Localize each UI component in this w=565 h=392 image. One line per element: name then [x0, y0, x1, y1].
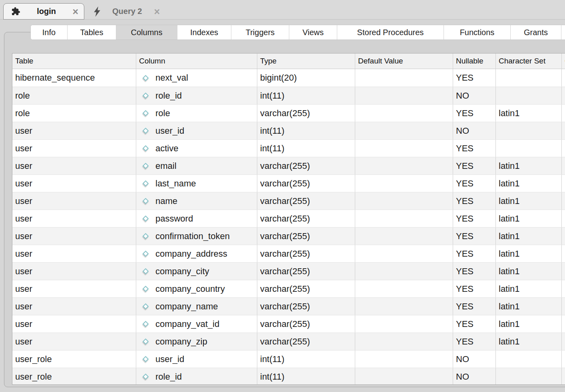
view-tab-stored-procedures[interactable]: Stored Procedures	[337, 25, 444, 40]
close-icon[interactable]: ×	[72, 8, 78, 16]
cell-type: varchar(255)	[260, 214, 310, 224]
view-tab-filler	[561, 25, 565, 40]
cell-column: last_name	[155, 178, 196, 189]
header-default-value[interactable]: Default Value	[355, 53, 453, 69]
cell-nullable: YES	[456, 108, 473, 119]
table-row[interactable]: user_role role_id int(11) NO	[12, 368, 565, 385]
columns-table: Table Column Type Default Value Nullable…	[12, 53, 565, 385]
table-row[interactable]: user company_city varchar(255) YES latin…	[12, 262, 565, 280]
header-table[interactable]: Table	[12, 53, 136, 69]
app-window: { "window_tabs": [ { "label": "login", "…	[0, 0, 565, 392]
view-tab-info[interactable]: Info	[31, 25, 68, 40]
column-field-icon	[143, 75, 149, 81]
cell-table: user	[15, 196, 32, 206]
table-row[interactable]: user email varchar(255) YES latin1	[12, 157, 565, 174]
cell-table: user	[15, 249, 32, 259]
cell-column: company_name	[155, 301, 218, 312]
window-tab-query-2[interactable]: Query 2 ×	[86, 3, 171, 20]
table-row[interactable]: user company_zip varchar(255) YES latin1	[12, 333, 565, 350]
cell-column: email	[155, 161, 177, 171]
column-field-icon	[143, 251, 149, 257]
cell-nullable: YES	[456, 73, 473, 83]
column-field-icon	[143, 110, 149, 117]
column-field-icon	[143, 356, 149, 362]
cell-nullable: YES	[456, 231, 473, 242]
table-row[interactable]: user company_vat_id varchar(255) YES lat…	[12, 315, 565, 333]
header-type[interactable]: Type	[257, 53, 355, 69]
column-field-icon	[143, 145, 149, 152]
cell-nullable: YES	[456, 301, 473, 312]
table-row[interactable]: user last_name varchar(255) YES latin1	[12, 174, 565, 192]
table-row[interactable]: user confirmation_token varchar(255) YES…	[12, 227, 565, 245]
header-nullable[interactable]: Nullable	[453, 53, 496, 69]
cell-charset: latin1	[499, 214, 520, 224]
table-row[interactable]: role role_id int(11) NO	[12, 87, 565, 104]
cell-table: user	[15, 161, 32, 171]
table-row[interactable]: user name varchar(255) YES latin1	[12, 192, 565, 210]
cell-column: password	[155, 214, 193, 224]
cell-type: int(11)	[260, 372, 284, 382]
table-row[interactable]: user company_country varchar(255) YES la…	[12, 280, 565, 297]
view-tab-bar: Info Tables Columns Indexes Triggers Vie…	[30, 25, 565, 40]
column-field-icon	[143, 286, 149, 292]
cell-table: hibernate_sequence	[15, 73, 95, 83]
view-tab-columns[interactable]: Columns	[116, 25, 177, 40]
cell-nullable: NO	[456, 372, 469, 382]
view-tab-indexes[interactable]: Indexes	[177, 25, 231, 40]
table-row[interactable]: user company_name varchar(255) YES latin…	[12, 297, 565, 315]
table-header-row: Table Column Type Default Value Nullable…	[12, 53, 565, 69]
column-field-icon	[143, 216, 149, 222]
cell-charset: latin1	[499, 108, 520, 119]
table-row[interactable]: user user_id int(11) NO	[12, 122, 565, 139]
view-tab-views[interactable]: Views	[289, 25, 337, 40]
close-icon[interactable]: ×	[154, 8, 160, 16]
table-row[interactable]: user password varchar(255) YES latin1	[12, 210, 565, 227]
cell-type: varchar(255)	[260, 196, 310, 206]
cell-type: varchar(255)	[260, 178, 310, 189]
cell-charset: latin1	[499, 337, 520, 347]
window-tab-strip: login × Query 2 ×	[0, 0, 565, 20]
cell-charset: latin1	[499, 284, 520, 294]
cell-column: company_country	[155, 284, 225, 294]
column-field-icon	[143, 303, 149, 310]
cell-type: varchar(255)	[260, 301, 310, 312]
header-character-set[interactable]: Character Set	[496, 53, 562, 69]
table-row[interactable]: hibernate_sequence next_val bigint(20) Y…	[12, 69, 565, 87]
cell-table: user_role	[15, 372, 52, 382]
cell-column: company_vat_id	[155, 319, 219, 329]
header-column[interactable]: Column	[136, 53, 257, 69]
column-field-icon	[143, 268, 149, 275]
table-body: hibernate_sequence next_val bigint(20) Y…	[12, 69, 565, 385]
cell-nullable: NO	[456, 91, 469, 101]
view-tab-grants[interactable]: Grants	[511, 25, 561, 40]
bolt-icon	[93, 6, 101, 17]
tab-title: Query 2	[112, 7, 142, 16]
cell-column: user_id	[155, 354, 184, 364]
table-row[interactable]: user active int(11) YES	[12, 139, 565, 157]
header-clipped[interactable]: C	[562, 53, 565, 69]
cell-table: role	[15, 91, 30, 101]
table-row[interactable]: user company_address varchar(255) YES la…	[12, 245, 565, 262]
table-row[interactable]: role role varchar(255) YES latin1	[12, 104, 565, 122]
cell-nullable: YES	[456, 178, 473, 189]
view-tab-triggers[interactable]: Triggers	[231, 25, 289, 40]
cell-type: varchar(255)	[260, 284, 310, 294]
view-tab-functions[interactable]: Functions	[444, 25, 511, 40]
window-tab-login[interactable]: login ×	[3, 3, 84, 20]
cell-type: int(11)	[260, 126, 284, 136]
column-field-icon	[143, 374, 149, 380]
cell-table: user	[15, 178, 32, 189]
cell-table: user	[15, 266, 32, 277]
cell-column: role	[155, 108, 170, 119]
table-row[interactable]: user_role user_id int(11) NO	[12, 350, 565, 368]
cell-type: varchar(255)	[260, 266, 310, 277]
cell-nullable: YES	[456, 266, 473, 277]
cell-column: company_address	[155, 249, 227, 259]
cell-charset: latin1	[499, 319, 520, 329]
cell-column: company_zip	[155, 337, 207, 347]
cell-type: varchar(255)	[260, 337, 310, 347]
cell-column: name	[155, 196, 177, 206]
column-field-icon	[143, 321, 149, 327]
view-tab-tables[interactable]: Tables	[68, 25, 116, 40]
cell-type: int(11)	[260, 143, 284, 154]
